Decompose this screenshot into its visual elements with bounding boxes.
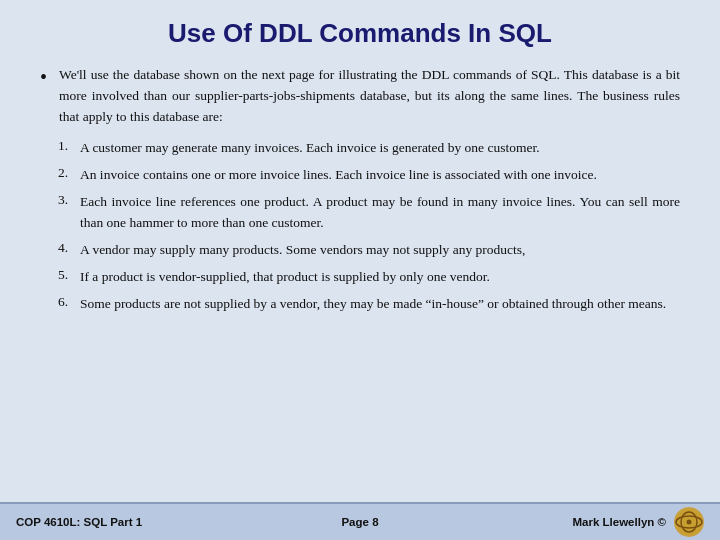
slide-footer: COP 4610L: SQL Part 1 Page 8 Mark Llewel… [0, 502, 720, 540]
numbered-list: 1.A customer may generate many invoices.… [58, 138, 680, 322]
list-item: 1.A customer may generate many invoices.… [58, 138, 680, 158]
bullet-icon: • [40, 66, 47, 89]
item-text: A customer may generate many invoices. E… [80, 138, 540, 158]
list-item: 6.Some products are not supplied by a ve… [58, 294, 680, 314]
footer-left: COP 4610L: SQL Part 1 [16, 516, 245, 528]
item-text: If a product is vendor-supplied, that pr… [80, 267, 490, 287]
item-number: 6. [58, 294, 80, 310]
footer-center: Page 8 [245, 516, 474, 528]
item-number: 1. [58, 138, 80, 154]
slide-title: Use Of DDL Commands In SQL [40, 18, 680, 49]
item-number: 3. [58, 192, 80, 208]
item-number: 5. [58, 267, 80, 283]
item-text: Some products are not supplied by a vend… [80, 294, 666, 314]
item-number: 2. [58, 165, 80, 181]
intro-row: • We'll use the database shown on the ne… [40, 65, 680, 128]
intro-text: We'll use the database shown on the next… [59, 65, 680, 128]
item-text: An invoice contains one or more invoice … [80, 165, 597, 185]
list-item: 5.If a product is vendor-supplied, that … [58, 267, 680, 287]
slide: Use Of DDL Commands In SQL • We'll use t… [0, 0, 720, 540]
svg-point-3 [686, 520, 691, 525]
list-item: 2.An invoice contains one or more invoic… [58, 165, 680, 185]
footer-right: Mark Llewellyn © [475, 507, 704, 537]
footer-logo-icon [674, 507, 704, 537]
list-item: 4.A vendor may supply many products. Som… [58, 240, 680, 260]
item-text: A vendor may supply many products. Some … [80, 240, 525, 260]
footer-author: Mark Llewellyn © [573, 516, 666, 528]
item-number: 4. [58, 240, 80, 256]
list-item: 3.Each invoice line references one produ… [58, 192, 680, 233]
item-text: Each invoice line references one product… [80, 192, 680, 233]
slide-content: Use Of DDL Commands In SQL • We'll use t… [0, 0, 720, 502]
